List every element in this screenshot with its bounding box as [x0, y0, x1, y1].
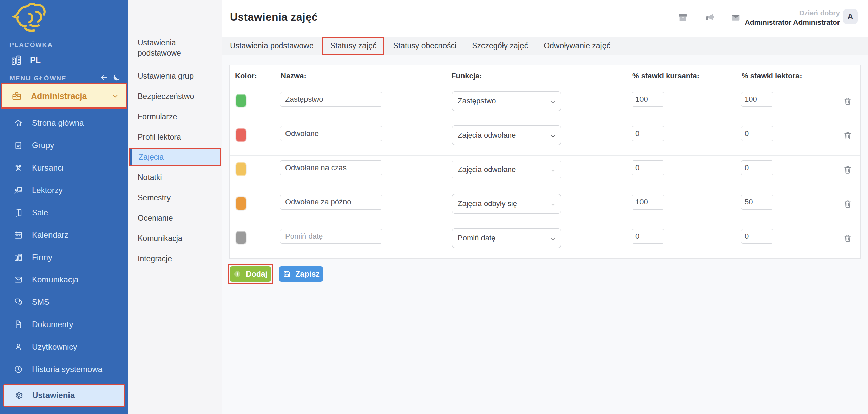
content-area: Kolor: Nazwa: Funkcja: % stawki kursanta… [222, 55, 868, 414]
sidebar-item-grupy[interactable]: Grupy [0, 134, 128, 157]
teacher-rate-input[interactable] [741, 229, 773, 244]
submenu-item-bezpieczenstwo[interactable]: Bezpieczeństwo [128, 86, 222, 106]
main-menu-section-label: MENU GŁÓWNE [9, 75, 67, 82]
submenu-item-notatki[interactable]: Notatki [128, 167, 222, 188]
journal-icon [14, 141, 23, 150]
chevron-down-icon [550, 235, 556, 241]
add-status-button[interactable]: Dodaj [230, 266, 271, 282]
teacher-rate-input[interactable] [741, 126, 773, 141]
envelope-icon[interactable] [730, 12, 741, 23]
student-rate-input[interactable] [632, 160, 664, 175]
plus-circle-icon [233, 270, 242, 278]
submenu-item-ocenianie[interactable]: Ocenianie [128, 208, 222, 228]
briefcase-icon [11, 91, 22, 101]
door-icon [14, 208, 23, 217]
tab-statusy-obecnosci[interactable]: Statusy obecności [393, 41, 457, 51]
select-value: Zajęcia odwołane [458, 131, 516, 140]
lesson-statuses-table: Kolor: Nazwa: Funkcja: % stawki kursanta… [229, 65, 861, 259]
sidebar-item-sms[interactable]: SMS [0, 291, 128, 313]
document-icon [14, 320, 23, 329]
student-rate-input[interactable] [632, 229, 664, 244]
archive-icon[interactable] [677, 12, 688, 23]
status-function-select[interactable]: Zajęcia odwołane [452, 160, 561, 179]
submenu-item-zajecia[interactable]: Zajęcia [129, 148, 221, 166]
table-row: Zajęcia odbyły się [230, 190, 860, 224]
student-rate-input[interactable] [632, 126, 664, 141]
delete-row-button[interactable] [843, 97, 852, 106]
status-color-swatch[interactable] [236, 94, 246, 107]
student-rate-input[interactable] [632, 92, 664, 107]
dark-mode-icon[interactable] [112, 73, 121, 82]
submenu-item-ustawienia-grup[interactable]: Ustawienia grup [128, 66, 222, 86]
sidebar-item-uzytkownicy[interactable]: Użytkownicy [0, 336, 128, 358]
delete-row-button[interactable] [843, 234, 852, 243]
megaphone-icon[interactable] [704, 12, 715, 23]
facility-selector[interactable]: PL [10, 52, 41, 68]
teacher-rate-input[interactable] [741, 92, 773, 107]
primary-sidebar: PLACÓWKA PL MENU GŁÓWNE [0, 0, 128, 414]
delete-row-button[interactable] [843, 131, 852, 140]
sidebar-item-ustawienia[interactable]: Ustawienia [3, 384, 125, 407]
status-function-select[interactable]: Zajęcia odwołane [452, 125, 561, 145]
chevron-down-icon [550, 201, 556, 207]
submenu-item-integracje[interactable]: Integracje [128, 249, 222, 269]
status-name-input[interactable] [280, 126, 382, 141]
submenu-item-ustawienia-podstawowe[interactable]: Ustawienia podstawowe [128, 35, 213, 61]
sidebar-item-komunikacja[interactable]: Komunikacja [0, 269, 128, 291]
home-icon [14, 118, 23, 128]
status-name-input[interactable] [280, 92, 382, 107]
status-function-select[interactable]: Zajęcia odbyły się [452, 194, 561, 214]
select-value: Zajęcia odbyły się [458, 199, 517, 208]
sidebar-item-firmy[interactable]: Firmy [0, 246, 128, 269]
status-name-input[interactable] [280, 229, 382, 244]
select-value: Zastępstwo [458, 97, 496, 105]
greeting-text: Dzień dobry [745, 8, 840, 18]
table-row: Zastępstwo [230, 87, 860, 121]
status-name-input[interactable] [280, 195, 382, 210]
avatar[interactable]: A [843, 9, 858, 24]
tab-statusy-zajec[interactable]: Statusy zajęć [322, 37, 384, 55]
sidebar-item-kursanci[interactable]: Kursanci [0, 157, 128, 179]
teacher-rate-input[interactable] [741, 195, 773, 210]
settings-submenu: Ustawienia podstawowe Ustawienia grup Be… [128, 0, 222, 414]
status-color-swatch[interactable] [236, 231, 246, 244]
teacher-rate-input[interactable] [741, 160, 773, 175]
status-function-select[interactable]: Pomiń datę [452, 228, 561, 248]
student-rate-input[interactable] [632, 195, 664, 210]
sidebar-item-dokumenty[interactable]: Dokumenty [0, 313, 128, 336]
sidebar-item-historia-systemowa[interactable]: Historia systemowa [0, 358, 128, 380]
delete-row-button[interactable] [843, 165, 852, 175]
status-name-input[interactable] [280, 160, 382, 175]
status-color-swatch[interactable] [236, 162, 246, 176]
table-row: Pomiń datę [230, 224, 860, 258]
submenu-item-profil-lektora[interactable]: Profil lektora [128, 127, 222, 147]
user-name: Administrator Administrator [745, 18, 840, 27]
tab-odwolywanie-zajec[interactable]: Odwoływanie zajęć [544, 41, 610, 51]
sidebar-item-kalendarz[interactable]: Kalendarz [0, 224, 128, 246]
submenu-item-komunikacja[interactable]: Komunikacja [128, 228, 222, 249]
sidebar-item-strona-glowna[interactable]: Strona główna [0, 112, 128, 134]
submenu-item-formularze[interactable]: Formularze [128, 106, 222, 127]
status-color-swatch[interactable] [236, 128, 246, 142]
table-header-row: Kolor: Nazwa: Funkcja: % stawki kursanta… [230, 65, 860, 87]
tab-szczegoly-zajec[interactable]: Szczegóły zajęć [472, 41, 528, 51]
status-function-select[interactable]: Zastępstwo [452, 91, 561, 111]
collapse-sidebar-icon[interactable] [100, 73, 108, 82]
settings-tabs: Ustawienia podstawowe Statusy zajęć Stat… [222, 37, 868, 55]
gear-icon [14, 391, 23, 400]
save-icon [282, 270, 291, 278]
user-greeting: Dzień dobry Administrator Administrator [745, 8, 840, 27]
save-button[interactable]: Zapisz [279, 266, 323, 282]
sidebar-item-administracja[interactable]: Administracja [1, 83, 127, 109]
calendar-icon [14, 230, 23, 240]
submenu-item-semestry[interactable]: Semestry [128, 188, 222, 208]
status-color-swatch[interactable] [236, 197, 246, 210]
tab-ustawienia-podstawowe[interactable]: Ustawienia podstawowe [230, 41, 314, 51]
chevron-down-icon [111, 92, 120, 100]
select-value: Pomiń datę [458, 234, 495, 242]
sidebar-item-sale[interactable]: Sale [0, 201, 128, 224]
page-title: Ustawienia zajęć [230, 11, 318, 23]
delete-row-button[interactable] [843, 199, 852, 209]
sidebar-item-lektorzy[interactable]: Lektorzy [0, 179, 128, 201]
mail-icon [14, 275, 23, 284]
